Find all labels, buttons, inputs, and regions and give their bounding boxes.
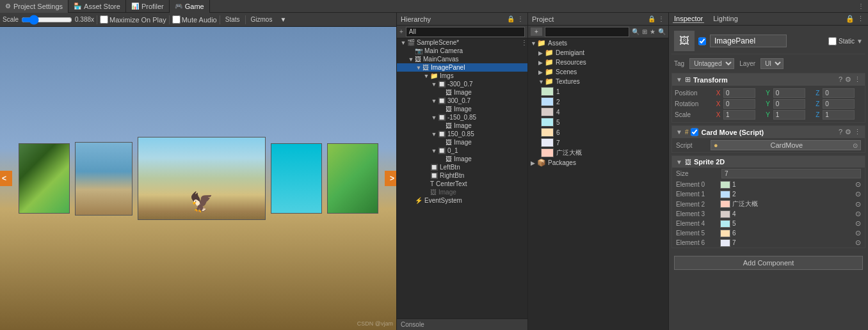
scene-options-icon[interactable]: ⋮ bbox=[521, 39, 527, 46]
scale-z-input[interactable] bbox=[823, 110, 855, 120]
tree-item-image-gray[interactable]: 🖼 Image bbox=[397, 188, 527, 196]
tree-item-300-neg[interactable]: ▼ 🔲 -300_0.7 bbox=[397, 80, 527, 88]
element-dot-4[interactable]: ⊙ bbox=[855, 219, 861, 228]
mute-audio-checkbox[interactable]: Mute Audio bbox=[172, 15, 217, 24]
tab-asset-store[interactable]: 🏪 Asset Store bbox=[68, 0, 126, 13]
script-target-icon[interactable]: ⊙ bbox=[853, 142, 858, 149]
tree-item-image-5[interactable]: 🖼 Image bbox=[397, 155, 527, 163]
rot-y-input[interactable] bbox=[773, 99, 805, 109]
hierarchy-menu-icon[interactable]: ⋮ bbox=[517, 15, 524, 22]
folder-assets[interactable]: ▼ 📁 Assets bbox=[528, 38, 668, 48]
card-move-help-icon[interactable]: ? bbox=[839, 128, 842, 136]
tag-select[interactable]: Untagged bbox=[689, 58, 734, 69]
folder-packages[interactable]: ▶ 📦 Packages bbox=[528, 158, 668, 168]
card-move-menu-icon[interactable]: ⋮ bbox=[854, 128, 861, 136]
project-lock-icon[interactable]: 🔒 bbox=[648, 15, 655, 22]
tree-item-150-neg[interactable]: ▼ 🔲 -150_0.85 bbox=[397, 113, 527, 122]
asset-row-4[interactable]: 4 bbox=[528, 107, 668, 117]
folder-resources[interactable]: ▶ 📁 Resources bbox=[528, 58, 668, 67]
project-grid-icon[interactable]: ⊞ bbox=[642, 28, 647, 35]
rot-x-input[interactable] bbox=[723, 99, 755, 109]
folder-demigiant[interactable]: ▶ 📁 Demigiant bbox=[528, 48, 668, 58]
position-y-field: Y bbox=[764, 88, 813, 98]
project-create-button[interactable]: + bbox=[531, 28, 542, 36]
tab-project-settings[interactable]: ⚙ Project Settings bbox=[0, 0, 68, 13]
game-panel-menu[interactable]: ⋮ bbox=[854, 3, 868, 10]
tree-item-center-text[interactable]: T CenterText bbox=[397, 180, 527, 188]
gizmos-arrow[interactable]: ▼ bbox=[277, 15, 289, 24]
tree-item-image-4[interactable]: 🖼 Image bbox=[397, 138, 527, 146]
tree-item-image-3[interactable]: 🖼 Image bbox=[397, 122, 527, 130]
tree-item-sample-scene[interactable]: ▼ 🎬 SampleScene* ⋮ bbox=[397, 38, 527, 47]
element-dot-5[interactable]: ⊙ bbox=[855, 229, 861, 237]
sprite2d-header[interactable]: ▼ 🖼 Sprite 2D bbox=[672, 156, 865, 168]
scale-x-input[interactable] bbox=[723, 110, 755, 120]
static-input[interactable] bbox=[828, 37, 837, 45]
rot-z-input[interactable] bbox=[823, 99, 855, 109]
element-dot-2[interactable]: ⊙ bbox=[855, 200, 861, 208]
tab-profiler[interactable]: 📊 Profiler bbox=[126, 0, 170, 13]
folder-textures[interactable]: ▼ 📁 Textures bbox=[528, 77, 668, 86]
card-move-settings-icon[interactable]: ⚙ bbox=[845, 128, 851, 136]
card-move-header[interactable]: ▼ # Card Move (Script) ? ⚙ ⋮ bbox=[672, 126, 865, 138]
scale-y-input[interactable] bbox=[773, 110, 805, 120]
tree-item-150-pos[interactable]: ▼ 🔲 150_0.85 bbox=[397, 130, 527, 138]
folder-scenes[interactable]: ▶ 📁 Scenes bbox=[528, 67, 668, 77]
tab-lighting[interactable]: Lighting bbox=[712, 15, 739, 23]
asset-row-1[interactable]: 1 bbox=[528, 86, 668, 97]
project-star-icon[interactable]: ★ bbox=[650, 28, 655, 35]
transform-menu-icon[interactable]: ⋮ bbox=[854, 75, 861, 84]
tree-item-main-camera[interactable]: 📷 Main Camera bbox=[397, 47, 527, 55]
project-zoom-icon[interactable]: 🔍 bbox=[658, 28, 666, 35]
tree-item-300-pos[interactable]: ▼ 🔲 300_0.7 bbox=[397, 97, 527, 105]
sprite-size-input[interactable] bbox=[721, 169, 861, 178]
hierarchy-lock-icon[interactable]: 🔒 bbox=[507, 15, 515, 22]
element-dot-1[interactable]: ⊙ bbox=[855, 190, 861, 198]
element-dot-6[interactable]: ⊙ bbox=[855, 239, 861, 247]
tree-item-image-2[interactable]: 🖼 Image bbox=[397, 105, 527, 113]
project-search-input[interactable] bbox=[545, 27, 629, 37]
pos-x-input[interactable] bbox=[723, 88, 755, 98]
inspector-menu-icon[interactable]: ⋮ bbox=[857, 15, 864, 23]
asset-row-7[interactable]: 7 bbox=[528, 138, 668, 148]
transform-settings-icon[interactable]: ⚙ bbox=[845, 75, 851, 84]
maximize-on-play-input[interactable] bbox=[100, 15, 108, 24]
layer-select[interactable]: UI bbox=[760, 58, 784, 69]
tree-item-right-btn[interactable]: 🔲 RightBtn bbox=[397, 171, 527, 180]
carousel-right-button[interactable]: > bbox=[385, 171, 397, 186]
transform-header[interactable]: ▼ ⊞ Transform ? ⚙ ⋮ bbox=[672, 74, 865, 86]
object-name-input[interactable] bbox=[710, 35, 787, 47]
asset-row-2[interactable]: 2 bbox=[528, 97, 668, 107]
asset-row-6[interactable]: 6 bbox=[528, 127, 668, 138]
object-active-checkbox[interactable] bbox=[698, 37, 706, 45]
asset-row-5[interactable]: 5 bbox=[528, 117, 668, 127]
tree-item-main-canvas[interactable]: ▼ 🖼 MainCanvas bbox=[397, 55, 527, 63]
stats-button[interactable]: Stats bbox=[223, 15, 243, 24]
hierarchy-search-input[interactable] bbox=[406, 27, 525, 37]
gizmos-button[interactable]: Gizmos bbox=[248, 15, 275, 24]
tree-item-0-1[interactable]: ▼ 🔲 0_1 bbox=[397, 146, 527, 155]
asset-row-chinese[interactable]: 广泛大概 bbox=[528, 148, 668, 158]
scale-slider[interactable] bbox=[21, 17, 72, 23]
inspector-lock-icon[interactable]: 🔒 bbox=[846, 15, 855, 23]
tree-item-left-btn[interactable]: 🔲 LeftBtn bbox=[397, 163, 527, 171]
project-menu-icon[interactable]: ⋮ bbox=[658, 15, 664, 22]
element-dot-0[interactable]: ⊙ bbox=[855, 180, 861, 189]
tab-game[interactable]: 🎮 Game bbox=[170, 0, 210, 13]
pos-z-input[interactable] bbox=[823, 88, 855, 98]
add-component-button[interactable]: Add Component bbox=[674, 256, 863, 270]
tree-item-image-panel[interactable]: ▼ 🖼 ImagePanel bbox=[397, 63, 527, 72]
pos-y-input[interactable] bbox=[773, 88, 805, 98]
transform-help-icon[interactable]: ? bbox=[839, 75, 842, 84]
tree-item-imgs[interactable]: ▼ 📁 Imgs bbox=[397, 72, 527, 80]
tab-inspector[interactable]: Inspector bbox=[673, 15, 704, 23]
mute-audio-input[interactable] bbox=[172, 15, 181, 24]
tree-item-image-1[interactable]: 🖼 Image bbox=[397, 88, 527, 97]
element-dot-3[interactable]: ⊙ bbox=[855, 210, 861, 218]
static-dropdown-icon[interactable]: ▼ bbox=[856, 38, 863, 45]
hierarchy-add-icon[interactable]: + bbox=[399, 28, 403, 35]
carousel-left-button[interactable]: < bbox=[0, 171, 12, 186]
maximize-on-play-checkbox[interactable]: Maximize On Play bbox=[100, 15, 166, 24]
tree-item-event-system[interactable]: ⚡ EventSystem bbox=[397, 196, 527, 205]
card-move-active-checkbox[interactable] bbox=[691, 128, 698, 136]
